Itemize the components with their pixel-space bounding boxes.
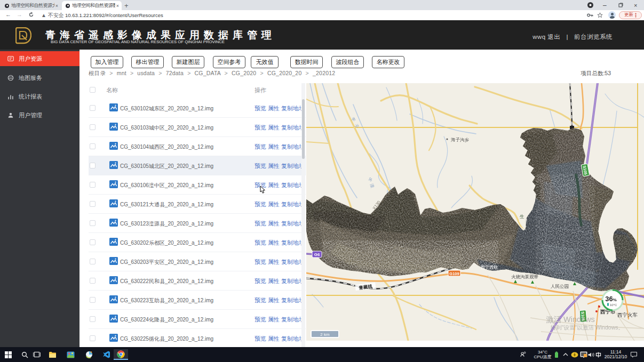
svg-text:海子沟乡: 海子沟乡 (451, 137, 470, 142)
svg-text:生: 生 (520, 214, 524, 219)
svg-text:2 km: 2 km (320, 332, 330, 337)
svg-text:G109: G109 (449, 271, 459, 276)
svg-text:转到"设置"以激活 Windows。: 转到"设置"以激活 Windows。 (551, 324, 624, 331)
svg-text:西宁西站: 西宁西站 (481, 265, 498, 270)
svg-text:西宁火车: 西宁火车 (617, 312, 638, 318)
svg-text:10°C: 10°C (610, 303, 617, 307)
svg-text:G6: G6 (314, 252, 320, 257)
svg-text:火烧沟景观带: 火烧沟景观带 (511, 274, 539, 279)
svg-text:激活 Windows: 激活 Windows (546, 315, 595, 324)
svg-text:人民公园: 人民公园 (551, 284, 569, 289)
